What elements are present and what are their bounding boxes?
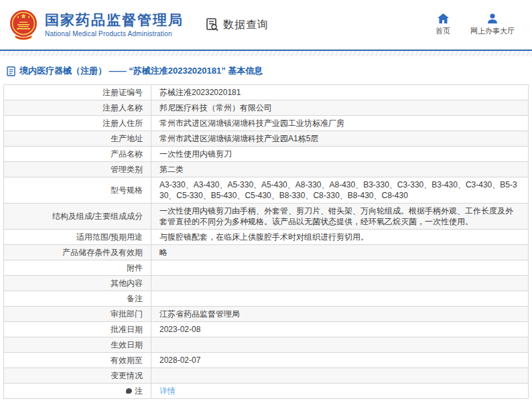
- row-label: 注册人住所: [4, 116, 151, 131]
- table-row: 注详情: [4, 384, 529, 399]
- data-query-icon: [205, 17, 220, 32]
- table-row: 适用范围/预期用途与腹腔镜配套，在临床上供腹腔手术时对组织进行剪切用。: [4, 230, 529, 245]
- row-label: 产品储存条件及有效期: [4, 245, 151, 260]
- row-label: 注: [4, 384, 151, 399]
- row-label: 备注: [4, 291, 151, 307]
- row-value: [151, 337, 529, 353]
- data-query-label: 数据查询: [223, 18, 269, 32]
- page-title: 境内医疗器械（注册） —— “苏械注准20232020181” 基本信息: [19, 65, 263, 77]
- row-label: 结构及组成/主要组成成分: [4, 204, 151, 230]
- row-value: 详情: [151, 384, 529, 399]
- table-row: 生效日期: [4, 337, 529, 353]
- row-label: 批准日期: [4, 322, 151, 337]
- table-row: 产品名称一次性使用内镜剪刀: [4, 147, 529, 162]
- row-value: 江苏省药品监督管理局: [151, 307, 529, 322]
- site-title: 国家药品监督管理局: [45, 12, 184, 28]
- divider-strip: [0, 51, 532, 56]
- table-row: 备注: [4, 291, 529, 307]
- row-label: 注册人名称: [4, 100, 151, 116]
- table-row: 结构及组成/主要组成成分一次性使用内镜剪刀由手柄、外套管、剪刀片、钳头架、万向轮…: [4, 204, 529, 230]
- row-value: 常州市武进区湖塘镇湖塘科技产业园A1栋5层: [151, 131, 529, 147]
- user-icon: [487, 13, 498, 23]
- table-row: 注册人名称邦尼医疗科技（常州）有限公司: [4, 100, 529, 116]
- row-label: 型号规格: [4, 177, 151, 204]
- row-label: 注册证编号: [4, 85, 151, 100]
- info-table: 注册证编号苏械注准20232020181注册人名称邦尼医疗科技（常州）有限公司注…: [3, 84, 529, 399]
- row-label: 变更情况: [4, 368, 151, 384]
- nav-service-hall[interactable]: 网上办事大厅: [470, 13, 515, 36]
- row-value: 略: [151, 245, 529, 260]
- row-label: 生效日期: [4, 337, 151, 353]
- row-label: 审批部门: [4, 307, 151, 322]
- table-row: 注册证编号苏械注准20232020181: [4, 85, 529, 100]
- table-row: 型号规格A3-330、A3-430、A5-330、A5-430、A8-330、A…: [4, 177, 529, 204]
- breadcrumb: 境内医疗器械（注册） —— “苏械注准20232020181” 基本信息: [0, 56, 532, 84]
- top-nav: 首页 网上办事大厅: [436, 13, 515, 36]
- table-row: 产品储存条件及有效期略: [4, 245, 529, 260]
- row-label: 产品名称: [4, 147, 151, 162]
- row-value: 第二类: [151, 162, 529, 177]
- row-label: 适用范围/预期用途: [4, 230, 151, 245]
- table-row: 变更情况: [4, 368, 529, 384]
- home-icon: [438, 13, 449, 23]
- nav-home-label: 首页: [436, 26, 450, 36]
- row-label: 其他内容: [4, 276, 151, 291]
- site-header: 国家药品监督管理局 National Medical Products Admi…: [0, 0, 532, 51]
- row-value: 一次性使用内镜剪刀: [151, 147, 529, 162]
- row-value: 一次性使用内镜剪刀由手柄、外套管、剪刀片、钳头架、万向轮组成。根据手柄外观、工作…: [151, 204, 529, 230]
- row-value: [151, 276, 529, 291]
- row-value: 邦尼医疗科技（常州）有限公司: [151, 100, 529, 116]
- table-row: 有效期至2028-02-07: [4, 353, 529, 368]
- row-value: [151, 368, 529, 384]
- row-value: 常州市武进区湖塘镇湖塘科技产业园工业坊标准厂房: [151, 116, 529, 131]
- row-value: 2023-02-08: [151, 322, 529, 337]
- row-value: A3-330、A3-430、A5-330、A5-430、A8-330、A8-43…: [151, 177, 529, 204]
- table-row: 管理类别第二类: [4, 162, 529, 177]
- table-row: 附件: [4, 260, 529, 276]
- row-value: 与腹腔镜配套，在临床上供腹腔手术时对组织进行剪切用。: [151, 230, 529, 245]
- row-label: 有效期至: [4, 353, 151, 368]
- row-label: 生产地址: [4, 131, 151, 147]
- table-row: 注册人住所常州市武进区湖塘镇湖塘科技产业园工业坊标准厂房: [4, 116, 529, 131]
- note-icon: [126, 388, 132, 394]
- data-query-tab[interactable]: 数据查询: [205, 17, 269, 32]
- detail-link[interactable]: 详情: [159, 386, 176, 396]
- site-subtitle: National Medical Products Administration: [45, 30, 184, 37]
- row-value: [151, 260, 529, 276]
- document-icon: [7, 66, 15, 76]
- row-label: 管理类别: [4, 162, 151, 177]
- national-emblem-icon: [8, 8, 39, 42]
- logo-text: 国家药品监督管理局 National Medical Products Admi…: [45, 12, 184, 37]
- table-row: 审批部门江苏省药品监督管理局: [4, 307, 529, 322]
- site-logo[interactable]: 国家药品监督管理局 National Medical Products Admi…: [8, 8, 184, 42]
- table-row: 批准日期2023-02-08: [4, 322, 529, 337]
- row-label: 附件: [4, 260, 151, 276]
- row-value: [151, 291, 529, 307]
- row-value: 2028-02-07: [151, 353, 529, 368]
- row-value: 苏械注准20232020181: [151, 85, 529, 100]
- table-row: 其他内容: [4, 276, 529, 291]
- nav-hall-label: 网上办事大厅: [470, 26, 515, 36]
- table-row: 生产地址常州市武进区湖塘镇湖塘科技产业园A1栋5层: [4, 131, 529, 147]
- nav-home[interactable]: 首页: [436, 13, 450, 36]
